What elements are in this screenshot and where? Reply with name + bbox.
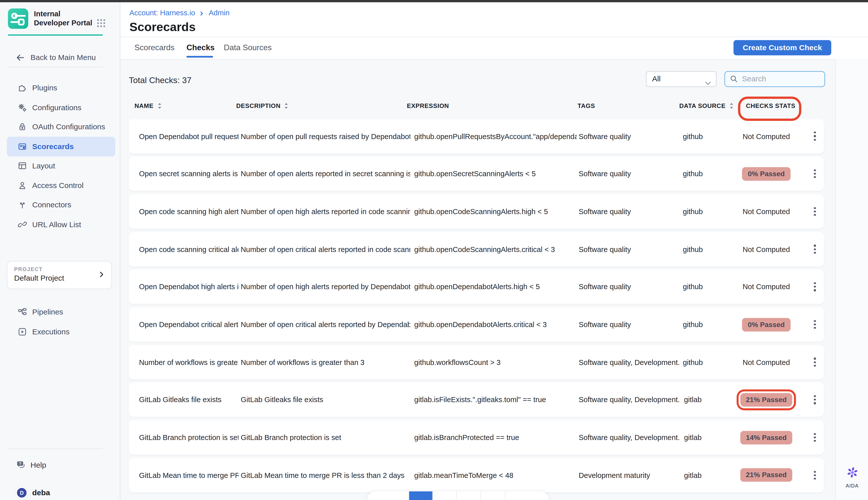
pagination-cell[interactable] [457,491,481,500]
back-to-main-menu[interactable]: Back to Main Menu [0,51,120,64]
col-name[interactable]: NAME [135,102,162,109]
table-row[interactable]: Open code scanning high alert... Number … [129,194,824,229]
idp-logo [8,8,29,29]
logo-divider [8,34,103,36]
sidebar-item-access-control[interactable]: Access Control [7,176,115,195]
sort-icon[interactable] [284,102,289,109]
table-row[interactable]: Open code scanning critical ale... Numbe… [129,232,824,266]
check-data-source: gitlab [665,383,721,417]
breadcrumb-admin[interactable]: Admin [209,8,230,17]
kebab-menu-icon[interactable] [810,128,820,144]
sidebar-item-configurations[interactable]: Configurations [7,98,115,117]
chevron-right-icon [199,10,205,15]
breadcrumb-account[interactable]: Account: Harness.io [129,8,195,17]
aida-label: AIDA [842,483,863,488]
check-data-source: github [665,194,721,229]
check-data-source: github [665,345,721,379]
project-selector[interactable]: PROJECT Default Project [7,261,112,289]
gears-icon [18,103,27,112]
check-expression: github.workflowsCount > 3 [414,345,577,379]
sort-icon[interactable] [729,102,734,109]
pagination-cell[interactable] [367,491,409,500]
svg-text:?: ? [19,461,21,466]
kebab-menu-icon[interactable] [810,468,820,483]
sidebar-item-pipelines[interactable]: Pipelines [7,303,115,322]
tab-checks[interactable]: Checks [187,37,215,57]
tab-scorecards[interactable]: Scorecards [135,37,175,57]
check-description: Number of open alerts reported in secret… [241,157,410,191]
pagination-cell[interactable] [506,491,549,500]
sidebar-item-plugins[interactable]: Plugins [7,78,115,98]
active-tab-underline [187,56,213,57]
kebab-menu-icon[interactable] [810,166,820,181]
main-area: Account: Harness.io Admin Scorecards Sco… [120,2,868,500]
kebab-menu-icon[interactable] [810,317,820,332]
kebab-menu-icon[interactable] [810,392,820,407]
aida-launcher[interactable]: AIDA [842,466,863,488]
sidebar-item-connectors[interactable]: Connectors [7,195,115,215]
check-expression: gitlab.meanTimeToMerge < 48 [414,458,577,492]
check-expression: github.openDependabotAlerts.critical < 3 [414,307,577,342]
check-tags: Software quality, Development... [579,345,679,379]
table-row[interactable]: Open Dependabot high alerts i... Number … [129,270,824,304]
check-tags: Software quality [579,119,679,154]
check-tags: Software quality [579,232,679,266]
col-description[interactable]: DESCRIPTION [236,102,289,109]
check-tags: Software quality [579,307,679,342]
kebab-menu-icon[interactable] [810,204,820,219]
search-input[interactable] [741,72,822,86]
sidebar-item-layout[interactable]: Layout [7,156,115,176]
checks-content: Total Checks: 37 All NAME DESCRIPTION EX [120,59,868,500]
table-row[interactable]: Open Dependabot critical alert... Number… [129,307,824,342]
check-description: Number of workflows is greater than 3 [241,345,410,379]
create-custom-check-button[interactable]: Create Custom Check [734,40,831,55]
sidebar-item-url-allow-list[interactable]: URL Allow List [7,215,115,234]
chevron-down-icon [705,77,711,81]
user-menu[interactable]: D deba [0,487,120,499]
scorecard-icon [18,141,27,151]
window-top-strip [0,0,868,2]
kebab-menu-icon[interactable] [810,241,820,257]
col-data-source[interactable]: DATA SOURCE [679,102,734,109]
sidebar-item-executions[interactable]: Executions [7,322,115,342]
check-name: Open Dependabot critical alert... [139,307,238,342]
pagination-cell[interactable] [481,491,506,500]
check-name: Open Dependabot pull request... [139,119,238,154]
sidebar-item-oauth-configurations[interactable]: OAuth Configurations [7,117,115,137]
kebab-menu-icon[interactable] [810,354,820,370]
checks-stats-value: 14% Passed [740,431,792,444]
help-button[interactable]: ? Help [0,459,120,471]
check-data-source: github [665,307,721,342]
table-row[interactable]: GitLab Gitleaks file exists GitLab Gitle… [129,383,824,417]
table-row[interactable]: GitLab Mean time to merge PR ... GitLab … [129,458,824,492]
aida-icon [846,470,859,480]
check-description: Number of open critical alerts reported … [241,232,410,266]
sidebar-item-scorecards[interactable]: Scorecards [7,137,115,156]
data-source-filter-select[interactable]: All [646,71,716,87]
check-tags: Software quality, Development... [579,383,679,417]
check-description: GitLab Branch protection is set [241,420,410,455]
app-switcher-icon[interactable] [96,18,107,28]
table-row[interactable]: Open secret scanning alerts is ... Numbe… [129,157,824,191]
sidebar-divider-bottom [8,448,103,448]
check-expression: github.openDependabotAlerts.high < 5 [414,270,577,304]
check-tags: Software quality [579,194,679,229]
check-expression: github.openSecretScanningAlerts < 5 [414,157,577,191]
kebab-menu-icon[interactable] [810,430,820,445]
pagination-active-page[interactable] [409,491,433,500]
table-row[interactable]: Open Dependabot pull request... Number o… [129,119,824,154]
tab-data-sources[interactable]: Data Sources [224,37,272,57]
pipeline-icon [18,307,27,317]
connector-icon [18,200,27,209]
checks-stats-value: 0% Passed [742,318,790,331]
check-description: Number of open pull requests raised by D… [241,119,410,154]
kebab-menu-icon[interactable] [810,279,820,294]
check-tags: Software quality, Development... [579,420,679,455]
check-tags: Software quality [579,270,679,304]
table-row[interactable]: GitLab Branch protection is set GitLab B… [129,420,824,455]
pagination-bar [367,491,549,500]
sort-icon[interactable] [157,102,162,109]
pagination-cell[interactable] [433,491,457,500]
chevron-right-icon [98,270,106,279]
table-row[interactable]: Number of workflows is greate... Number … [129,345,824,379]
